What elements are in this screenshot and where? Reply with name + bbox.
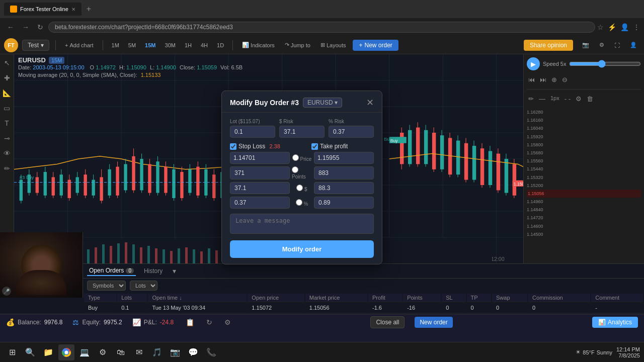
taskbar-icon-folder[interactable]: 📁: [40, 344, 56, 360]
profile-icon[interactable]: 👤: [620, 23, 629, 31]
balance-value: 9976.8: [44, 319, 63, 326]
price-radio[interactable]: [292, 154, 299, 161]
fullscreen-btn[interactable]: ⛶: [611, 41, 623, 50]
new-tab-btn[interactable]: +: [87, 5, 91, 14]
tf-1h[interactable]: 1H: [182, 41, 194, 50]
eye-tool[interactable]: 👁: [1, 147, 14, 160]
taskbar-icon-store[interactable]: 🛍: [113, 344, 129, 360]
tab-open-orders[interactable]: Open Orders 0: [87, 266, 136, 276]
screenshot-btn[interactable]: 📷: [579, 40, 592, 50]
search-taskbar-btn[interactable]: 🔍: [22, 344, 38, 360]
tp-pct-input[interactable]: [314, 197, 374, 209]
new-order-sm-btn[interactable]: New order: [415, 317, 452, 328]
browser-tab[interactable]: Forex Tester Online ✕: [4, 3, 82, 16]
modal-close-btn[interactable]: ✕: [366, 97, 374, 108]
pct-radio[interactable]: [296, 199, 302, 206]
dollar-radio[interactable]: [296, 185, 303, 191]
lot-input[interactable]: [230, 126, 275, 138]
svg-rect-127: [95, 247, 97, 263]
lots-filter[interactable]: Lots: [130, 281, 157, 291]
tp-points-input[interactable]: [314, 166, 374, 179]
cursor-tool[interactable]: ↖: [1, 56, 14, 69]
modal-symbol[interactable]: EURUSD ▾: [303, 98, 342, 108]
orders-table: Type Lots Open time ↓ Open price Market …: [83, 293, 644, 314]
jump-to-btn[interactable]: ↷ Jump to: [282, 40, 313, 50]
line-style-btn[interactable]: —: [537, 94, 547, 104]
symbols-filter[interactable]: Symbols: [87, 281, 126, 291]
address-bar[interactable]: [48, 22, 595, 33]
price-9: 1.15320: [527, 173, 641, 182]
cell-open-price: 1.15072: [248, 303, 304, 313]
tf-1m[interactable]: 1M: [109, 41, 122, 50]
share-opinion-btn[interactable]: Share opinion: [524, 40, 573, 51]
bookmark-icon[interactable]: ☆: [597, 23, 604, 31]
tp-dollar-input[interactable]: [314, 182, 374, 194]
sl-dollar-input[interactable]: [230, 182, 290, 194]
close-all-btn[interactable]: Close all: [370, 316, 405, 328]
taskbar-icon-explorer[interactable]: 💻: [76, 344, 93, 360]
rect-tool[interactable]: ▭: [1, 102, 14, 115]
tab-history[interactable]: History: [142, 266, 165, 276]
sl-price-input[interactable]: [230, 152, 290, 163]
menu-icon[interactable]: ⋮: [633, 23, 640, 31]
zoom-in-btn[interactable]: ⊕: [550, 74, 558, 85]
tp-price-input[interactable]: [314, 152, 374, 163]
analytics-btn[interactable]: 📊 Analytics: [592, 317, 638, 328]
back-btn[interactable]: ←: [4, 22, 17, 32]
settings-tool-btn[interactable]: ⚙: [574, 94, 583, 104]
text-tool[interactable]: T: [1, 117, 14, 130]
taskbar-icon-music[interactable]: 🎵: [149, 344, 165, 360]
user-btn[interactable]: 👤: [627, 40, 640, 50]
line-tool[interactable]: 📐: [1, 86, 14, 100]
drawing-tool[interactable]: ✏: [1, 162, 14, 175]
extension-icon[interactable]: ⚡: [608, 23, 616, 31]
sl-checkbox[interactable]: [230, 143, 236, 150]
speed-slider[interactable]: [569, 60, 641, 68]
pnl-settings-icon[interactable]: ⚙: [224, 318, 231, 326]
sl-points-input[interactable]: [230, 166, 290, 179]
play-btn[interactable]: ▶: [527, 57, 540, 70]
risk-pct-input[interactable]: [329, 126, 374, 138]
modify-order-btn[interactable]: Modify order: [230, 240, 374, 258]
settings-btn[interactable]: ⚙: [596, 40, 607, 50]
step-forward-btn[interactable]: ⏭: [538, 74, 548, 85]
taskbar-icon-settings[interactable]: ⚙: [95, 344, 111, 360]
workspace-selector[interactable]: Test ▾: [22, 40, 49, 51]
message-input[interactable]: [230, 214, 374, 234]
step-back-btn[interactable]: ⏮: [527, 74, 536, 85]
dashed-line-btn[interactable]: - -: [563, 94, 572, 104]
pnl-refresh-icon[interactable]: ↻: [206, 318, 212, 326]
zoom-out-btn[interactable]: ⊖: [560, 74, 569, 85]
reload-btn[interactable]: ↻: [34, 22, 46, 32]
pencil-tool-btn[interactable]: ✏: [527, 94, 535, 104]
price-6: 1.15680: [527, 149, 641, 157]
points-radio[interactable]: [292, 166, 298, 173]
crosshair-tool[interactable]: ✚: [1, 71, 14, 84]
tab-close-btn[interactable]: ✕: [71, 7, 75, 12]
sl-pct-input[interactable]: [230, 197, 290, 209]
taskbar-icon-mail[interactable]: ✉: [131, 344, 147, 360]
indicators-btn[interactable]: 📊 Indicators: [239, 40, 278, 50]
risk-dollar-input[interactable]: [279, 126, 325, 138]
tf-5m[interactable]: 5M: [126, 41, 138, 50]
new-order-btn[interactable]: + New order: [353, 40, 398, 51]
table-row[interactable]: Buy 0.1 Tue 13 May '03 09:34 1.15072 1.1…: [84, 303, 643, 313]
tf-1d[interactable]: 1D: [214, 41, 226, 50]
start-btn[interactable]: ⊞: [4, 344, 20, 360]
layouts-btn[interactable]: ⊞ Layouts: [317, 40, 349, 50]
measure-tool[interactable]: ⊸: [1, 132, 14, 145]
taskbar-icon-chat[interactable]: 💬: [185, 344, 201, 360]
taskbar-icon-phone[interactable]: 📞: [203, 344, 219, 360]
pnl-copy-icon[interactable]: 📋: [186, 318, 194, 326]
tf-30m[interactable]: 30M: [163, 41, 178, 50]
delete-tool-btn[interactable]: 🗑: [585, 94, 595, 104]
risk-dollar-label: $ Risk: [279, 119, 325, 124]
tf-15m[interactable]: 15M: [142, 41, 158, 50]
tf-4h[interactable]: 4H: [198, 41, 210, 50]
taskbar-icon-camera[interactable]: 📷: [167, 344, 183, 360]
tp-checkbox[interactable]: [311, 143, 318, 150]
add-chart-btn[interactable]: + Add chart: [62, 41, 97, 50]
taskbar-icon-chrome[interactable]: [58, 344, 74, 360]
tabs-chevron[interactable]: ▾: [173, 267, 176, 275]
forward-btn[interactable]: →: [19, 22, 32, 32]
